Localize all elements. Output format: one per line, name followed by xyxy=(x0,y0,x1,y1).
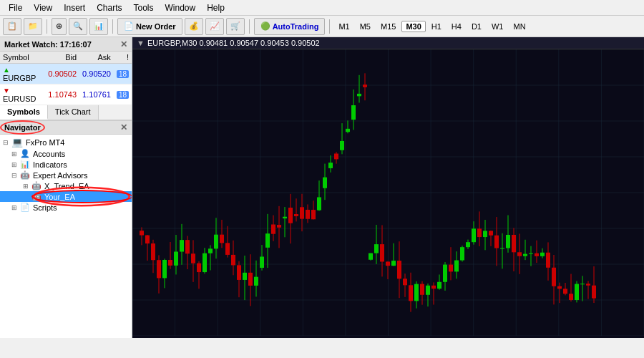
menu-tools[interactable]: Tools xyxy=(128,1,160,14)
market-watch-close-button[interactable]: ✕ xyxy=(120,39,127,49)
tree-item-indicators[interactable]: ⊞ 📊 Indicators xyxy=(0,159,132,170)
auto-trading-icon: 🟢 xyxy=(260,21,270,31)
eurusd-bid: 1.10743 xyxy=(45,84,79,105)
toolbar-separator-3 xyxy=(249,19,250,34)
navigator-close-button[interactable]: ✕ xyxy=(120,122,127,132)
market-watch-tabs: Symbols Tick Chart xyxy=(0,105,132,120)
tf-w1[interactable]: W1 xyxy=(487,21,508,32)
tree-item-scripts[interactable]: ⊞ 📄 Scripts xyxy=(0,202,132,213)
menu-help[interactable]: Help xyxy=(201,1,230,14)
market-watch-header: Market Watch: 17:16:07 ✕ xyxy=(0,37,132,52)
eurgbp-badge: 18 xyxy=(114,64,132,84)
tf-h4[interactable]: H4 xyxy=(447,21,466,32)
tree-item-fxpro[interactable]: ⊟ 💻 FxPro MT4 xyxy=(0,136,132,148)
scripts-label: Scripts xyxy=(33,203,57,212)
zoom-icon: 🔍 xyxy=(73,21,83,31)
tree-item-accounts[interactable]: ⊞ 👤 Accounts xyxy=(0,148,132,159)
properties-button[interactable]: 📊 xyxy=(89,18,108,35)
navigator-header: Navigator ✕ xyxy=(0,120,132,135)
expand-ea-icon: ⊟ xyxy=(11,172,19,179)
table-row[interactable]: ▼ EURUSD 1.10743 1.10761 18 xyxy=(0,84,132,105)
market-watch-title: Market Watch: 17:16:07 xyxy=(4,40,92,49)
accounts-label: Accounts xyxy=(33,150,65,158)
menu-window[interactable]: Window xyxy=(160,1,202,14)
tree-item-expert-advisors[interactable]: ⊟ 🤖 Expert Advisors xyxy=(0,170,132,180)
eurgbp-bid: 0.90502 xyxy=(45,64,79,84)
arrow-down-icon: ▼ xyxy=(3,87,10,95)
market-watch-table: Symbol Bid Ask ! ▲ EURGBP 0.90502 0.9052… xyxy=(0,52,132,105)
eurusd-ask: 1.10761 xyxy=(79,84,114,105)
symbol-eurusd: ▼ EURUSD xyxy=(0,84,45,105)
col-badge: ! xyxy=(114,52,132,64)
symbol-eurgbp: ▲ EURGBP xyxy=(0,64,45,84)
new-order-button[interactable]: 📄 New Order xyxy=(117,18,182,35)
tf-mn[interactable]: MN xyxy=(509,21,530,32)
eurgbp-ask: 0.90520 xyxy=(79,64,114,84)
tf-m15[interactable]: M15 xyxy=(376,21,400,32)
deposit-icon: 💰 xyxy=(189,21,199,31)
menu-bar: File View Insert Charts Tools Window Hel… xyxy=(0,0,644,16)
expand-indicators-icon: ⊞ xyxy=(11,161,19,168)
col-ask: Ask xyxy=(79,52,114,64)
main-layout: Market Watch: 17:16:07 ✕ Symbol Bid Ask … xyxy=(0,37,644,338)
chart-arrow-icon: ▼ xyxy=(137,39,145,47)
ea-label: Expert Advisors xyxy=(33,171,87,180)
tf-m5[interactable]: M5 xyxy=(356,21,375,32)
chart-title: EURGBP,M30 0.90481 0.90547 0.90453 0.905… xyxy=(147,39,320,47)
open-button[interactable]: 📁 xyxy=(24,18,42,35)
indicators-icon: 📊 xyxy=(20,160,30,169)
auto-trading-label: AutoTrading xyxy=(273,22,319,31)
tab-tick-chart[interactable]: Tick Chart xyxy=(48,105,99,120)
menu-insert[interactable]: Insert xyxy=(58,1,91,14)
crosshair-icon: ⊕ xyxy=(56,21,62,31)
accounts-icon: 👤 xyxy=(20,149,30,158)
chart-title-bar: ▼ EURGBP,M30 0.90481 0.90547 0.90453 0.9… xyxy=(132,37,644,49)
tf-h1[interactable]: H1 xyxy=(427,21,446,32)
arrow-up-icon: ▲ xyxy=(3,66,10,74)
expand-xtrend-icon: ⊞ xyxy=(23,183,30,190)
tf-d1[interactable]: D1 xyxy=(467,21,486,32)
expand-accounts-icon: ⊞ xyxy=(11,150,19,158)
left-panel: Market Watch: 17:16:07 ✕ Symbol Bid Ask … xyxy=(0,37,132,338)
indicators-label: Indicators xyxy=(33,160,67,169)
fxpro-icon: 💻 xyxy=(11,137,23,147)
tf-m1[interactable]: M1 xyxy=(334,21,353,32)
your-ea-label: Your_EA xyxy=(44,193,75,201)
menu-file[interactable]: File xyxy=(3,1,28,14)
navigator-tree: ⊟ 💻 FxPro MT4 ⊞ 👤 Accounts ⊞ 📊 Indicator… xyxy=(0,135,132,338)
market-button[interactable]: 🛒 xyxy=(226,18,245,35)
tab-symbols[interactable]: Symbols xyxy=(0,105,48,120)
history-icon: 📈 xyxy=(210,21,220,31)
eurusd-badge: 18 xyxy=(114,84,132,105)
crosshair-button[interactable]: ⊕ xyxy=(52,18,67,35)
tree-item-x-trend-ea[interactable]: ⊞ 🤖 X_Trend_EA xyxy=(0,180,132,191)
col-bid: Bid xyxy=(45,52,79,64)
toolbar-separator-2 xyxy=(112,19,113,34)
history-button[interactable]: 📈 xyxy=(205,18,224,35)
deposit-button[interactable]: 💰 xyxy=(185,18,203,35)
menu-charts[interactable]: Charts xyxy=(91,1,127,14)
new-chart-icon: 📋 xyxy=(7,21,17,31)
menu-view[interactable]: View xyxy=(28,1,58,14)
fxpro-label: FxPro MT4 xyxy=(26,138,64,147)
toolbar: 📋 📁 ⊕ 🔍 📊 📄 New Order 💰 📈 🛒 🟢 AutoTradin… xyxy=(0,16,644,37)
scripts-icon: 📄 xyxy=(20,203,30,212)
navigator-title: Navigator xyxy=(4,123,41,132)
chart-area[interactable]: ▼ EURGBP,M30 0.90481 0.90547 0.90453 0.9… xyxy=(132,37,644,338)
expand-scripts-icon: ⊞ xyxy=(11,204,19,211)
properties-icon: 📊 xyxy=(94,21,104,31)
your-ea-icon: 🤖 xyxy=(31,192,42,201)
new-order-icon: 📄 xyxy=(124,21,134,31)
auto-trading-button[interactable]: 🟢 AutoTrading xyxy=(254,18,326,35)
table-row[interactable]: ▲ EURGBP 0.90502 0.90520 18 xyxy=(0,64,132,84)
toolbar-separator-1 xyxy=(47,19,47,34)
xtrend-icon: 🤖 xyxy=(31,181,42,190)
tree-item-your-ea[interactable]: 🤖 Your_EA xyxy=(0,191,132,202)
folder-icon: 📁 xyxy=(28,21,38,31)
chart-canvas xyxy=(132,49,644,336)
tf-m30[interactable]: M30 xyxy=(401,21,425,32)
zoom-button[interactable]: 🔍 xyxy=(69,18,87,35)
x-trend-ea-label: X_Trend_EA xyxy=(44,182,89,190)
toolbar-separator-4 xyxy=(329,19,330,34)
new-chart-button[interactable]: 📋 xyxy=(3,18,21,35)
